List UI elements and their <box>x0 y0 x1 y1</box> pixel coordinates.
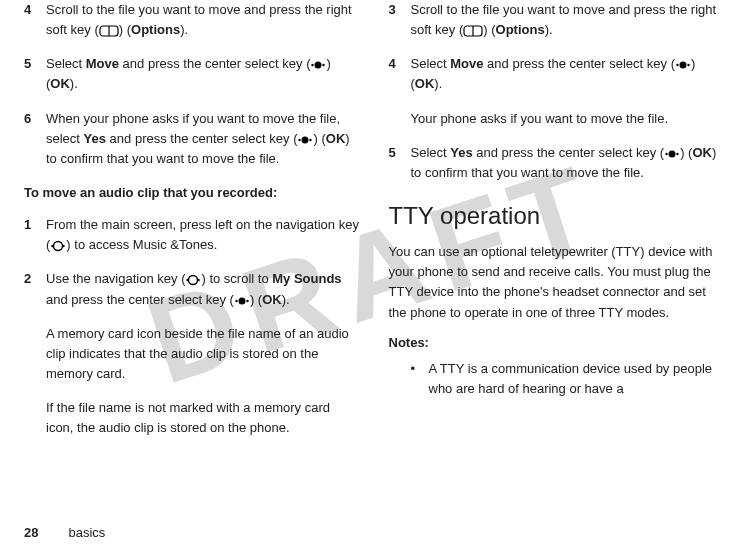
text: and press the center select key ( <box>483 56 674 71</box>
svg-point-9 <box>52 245 54 247</box>
nav-key-icon <box>185 274 201 286</box>
center-key-icon <box>675 59 691 71</box>
text: ) ( <box>250 292 262 307</box>
step-4: 4 Select Move and press the center selec… <box>389 54 726 94</box>
paragraph: Your phone asks if you want to move the … <box>389 109 726 129</box>
paragraph-body: If the file name is not marked with a me… <box>46 398 361 438</box>
svg-point-12 <box>187 279 189 281</box>
text: ) to access Music &Tones. <box>66 237 217 252</box>
step-5: 5 Select Yes and press the center select… <box>389 143 726 183</box>
step-number: 6 <box>24 109 46 169</box>
text: Select <box>46 56 86 71</box>
step-body: Select Yes and press the center select k… <box>411 143 726 183</box>
svg-point-14 <box>238 297 245 304</box>
step-body: Scroll to the file you want to move and … <box>46 0 361 40</box>
text: and press the center select key ( <box>106 131 297 146</box>
right-column: 3 Scroll to the file you want to move an… <box>375 0 740 510</box>
label-move: Move <box>86 56 119 71</box>
text: and press the center select key ( <box>46 292 234 307</box>
svg-point-19 <box>679 62 686 69</box>
svg-point-11 <box>189 276 198 285</box>
center-key-icon <box>664 148 680 160</box>
step-body: From the main screen, press left on the … <box>46 215 361 255</box>
step-body: Select Move and press the center select … <box>46 54 361 94</box>
center-key-icon <box>297 134 313 146</box>
svg-point-13 <box>198 279 200 281</box>
text: Scroll to the file you want to move and … <box>411 2 717 37</box>
left-column: 4 Scroll to the file you want to move an… <box>10 0 375 510</box>
label-yes: Yes <box>450 145 472 160</box>
section-body: You can use an optional teletypewriter (… <box>389 242 726 323</box>
text: ). <box>180 22 188 37</box>
step-2: 2 Use the navigation key () to scroll to… <box>24 269 361 309</box>
step-4: 4 Scroll to the file you want to move an… <box>24 0 361 40</box>
svg-point-16 <box>246 299 248 301</box>
notes-label: Notes: <box>389 333 726 353</box>
bullet-text: A TTY is a communication device used by … <box>429 359 726 399</box>
nav-key-icon <box>50 240 66 252</box>
step-body: Scroll to the file you want to move and … <box>411 0 726 40</box>
step-6: 6 When your phone asks if you want to mo… <box>24 109 361 169</box>
text: and press the center select key ( <box>119 56 310 71</box>
label-options: Options <box>131 22 180 37</box>
text: Scroll to the file you want to move and … <box>46 2 352 37</box>
step-number: 3 <box>389 0 411 40</box>
spacer <box>389 109 411 129</box>
step-body: Select Move and press the center select … <box>411 54 726 94</box>
label-move: Move <box>450 56 483 71</box>
text: ) to scroll to <box>201 271 272 286</box>
soft-key-icon <box>463 25 483 37</box>
soft-key-icon <box>99 25 119 37</box>
paragraph: If the file name is not marked with a me… <box>24 398 361 438</box>
svg-point-7 <box>310 139 312 141</box>
svg-point-22 <box>669 150 676 157</box>
text: ). <box>70 76 78 91</box>
step-body: When your phone asks if you want to move… <box>46 109 361 169</box>
text: Select <box>411 56 451 71</box>
text: Use the navigation key ( <box>46 271 185 286</box>
paragraph: A memory card icon beside the file name … <box>24 324 361 384</box>
step-number: 4 <box>24 0 46 40</box>
step-1: 1 From the main screen, press left on th… <box>24 215 361 255</box>
text: ). <box>434 76 442 91</box>
label-options: Options <box>496 22 545 37</box>
page-footer: 28basics <box>24 525 105 540</box>
spacer <box>24 324 46 384</box>
step-3: 3 Scroll to the file you want to move an… <box>389 0 726 40</box>
page-number: 28 <box>24 525 38 540</box>
label-ok: OK <box>415 76 435 91</box>
bullet-item: • A TTY is a communication device used b… <box>389 359 726 399</box>
label-ok: OK <box>50 76 70 91</box>
text: ) ( <box>119 22 131 37</box>
text: Select <box>411 145 451 160</box>
svg-point-20 <box>676 64 678 66</box>
step-body: Use the navigation key () to scroll to M… <box>46 269 361 309</box>
spacer <box>24 398 46 438</box>
svg-point-21 <box>687 64 689 66</box>
label-ok: OK <box>692 145 712 160</box>
svg-point-10 <box>63 245 65 247</box>
center-key-icon <box>310 59 326 71</box>
svg-point-2 <box>315 62 322 69</box>
paragraph-body: Your phone asks if you want to move the … <box>411 109 726 129</box>
section-heading-tty: TTY operation <box>389 197 726 234</box>
footer-section: basics <box>68 525 105 540</box>
paragraph-body: A memory card icon beside the file name … <box>46 324 361 384</box>
text: and press the center select key ( <box>473 145 664 160</box>
step-5: 5 Select Move and press the center selec… <box>24 54 361 94</box>
step-number: 4 <box>389 54 411 94</box>
text: ). <box>545 22 553 37</box>
step-number: 2 <box>24 269 46 309</box>
label-my-sounds: My Sounds <box>272 271 341 286</box>
svg-point-15 <box>235 299 237 301</box>
label-ok: OK <box>326 131 346 146</box>
svg-point-8 <box>54 242 63 251</box>
svg-point-24 <box>676 153 678 155</box>
text: ) ( <box>313 131 325 146</box>
step-number: 1 <box>24 215 46 255</box>
step-number: 5 <box>24 54 46 94</box>
subheading: To move an audio clip that you recorded: <box>24 183 361 203</box>
svg-point-3 <box>312 64 314 66</box>
svg-point-5 <box>302 136 309 143</box>
text: ) ( <box>483 22 495 37</box>
